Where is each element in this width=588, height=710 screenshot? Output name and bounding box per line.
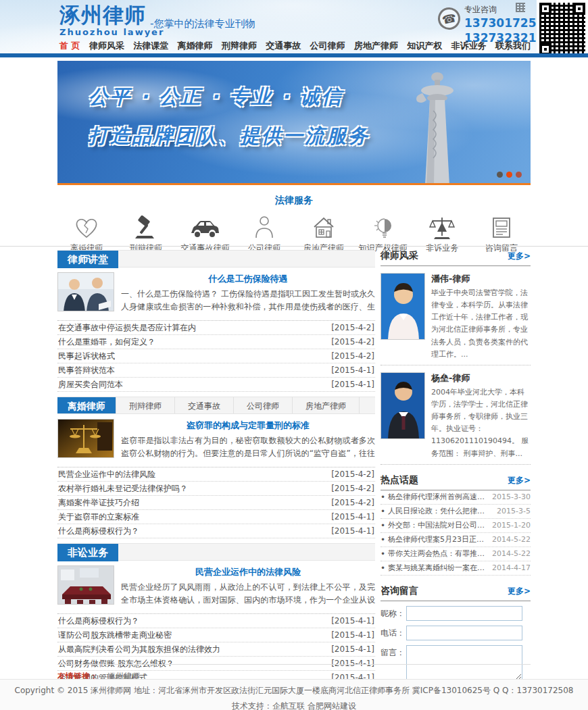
topic-item: •窦某与姚某离婚纠纷一案在定州监狱开庭2014-4-17 bbox=[381, 561, 531, 576]
topic-item: •人民日报论政：凭什么把律师赶出法庭2015-3-5 bbox=[381, 505, 531, 519]
article-date: [2015-4-1] bbox=[331, 378, 374, 391]
message-title: 咨询留言 bbox=[381, 585, 418, 597]
list-item: 房屋买卖合同范本[2015-4-1] bbox=[57, 378, 375, 392]
article-link[interactable]: 离婚案件举证技巧介绍 bbox=[58, 496, 139, 509]
lawyer-name[interactable]: 潘伟-律师 bbox=[431, 273, 531, 285]
article-link[interactable]: 关于盗窃罪的立案标准 bbox=[58, 510, 139, 524]
lawyer-photo[interactable] bbox=[381, 372, 425, 439]
article-link[interactable]: 在交通事故中停运损失是否应计算在内 bbox=[58, 321, 196, 334]
article-thumbnail-consult[interactable] bbox=[57, 272, 114, 311]
lawyer-bio: 2004年毕业河北大学，本科学历，法学学士，河北信正律师事务所，专职律师，执业三… bbox=[431, 386, 531, 460]
nav-item-criminal[interactable]: 刑辩律师 bbox=[222, 40, 257, 52]
nav-item-ip[interactable]: 知识产权 bbox=[407, 40, 442, 52]
article-link[interactable]: 什么是重婚罪，如何定义？ bbox=[58, 335, 155, 349]
article-date: [2015-4-1] bbox=[331, 363, 374, 377]
article-link[interactable]: 房屋买卖合同范本 bbox=[58, 378, 123, 391]
nav-item-divorce[interactable]: 离婚律师 bbox=[178, 40, 213, 52]
list-item: 什么是重婚罪，如何定义？[2015-4-2] bbox=[57, 335, 375, 349]
tab-criminal[interactable]: 刑辩律师 bbox=[116, 397, 175, 413]
service-company[interactable]: 公司律师 bbox=[237, 213, 292, 254]
topic-link[interactable]: 带你关注两会热点：有罪推定意识是冤假错 bbox=[388, 547, 489, 561]
nav-item-lawyers[interactable]: 律师风采 bbox=[89, 40, 124, 52]
list-item: 民事起诉状格式[2015-4-2] bbox=[57, 349, 375, 363]
nav-item-realestate[interactable]: 房地产律师 bbox=[354, 40, 398, 52]
main-content: 律师讲堂 什么是工伤保险待遇 一、什么是工伤保险待遇？ 工伤保险待遇是指职工因工… bbox=[57, 250, 375, 685]
topic-link[interactable]: 窦某与姚某离婚纠纷一案在定州监狱开庭 bbox=[388, 561, 489, 575]
service-ip[interactable]: 知识产权律师 bbox=[356, 213, 411, 254]
article-link[interactable]: 什么是商标侵权行为？ bbox=[58, 524, 139, 538]
tab-divorce[interactable]: 离婚律师 bbox=[57, 397, 116, 413]
section-lecture-title[interactable]: 律师讲堂 bbox=[57, 251, 118, 268]
tab-traffic[interactable]: 交通事故 bbox=[175, 397, 234, 413]
phone-input[interactable] bbox=[406, 626, 522, 640]
site-logo[interactable]: 涿州律师 Zhuozhou lawyer bbox=[59, 5, 164, 36]
hero-banner[interactable]: 公平 · 公正 · 专业 · 诚信 打造品牌团队、提供一流服务 bbox=[57, 61, 531, 185]
article-link[interactable]: 民事起诉状格式 bbox=[58, 349, 115, 363]
article-date: [2015-4-2] bbox=[331, 482, 374, 495]
nav-item-law-class[interactable]: 法律课堂 bbox=[133, 40, 168, 52]
page: 涿州律师 Zhuozhou lawyer -您掌中的法律专业刊物 ☎ 专业咨询 … bbox=[0, 0, 588, 710]
article-date: [2015-4-2] bbox=[331, 321, 374, 334]
lawyer-name[interactable]: 杨垒-律师 bbox=[431, 372, 531, 384]
article-link[interactable]: 什么是商标侵权行为？ bbox=[58, 614, 139, 628]
article-date: [2015-4-1] bbox=[331, 614, 374, 628]
article-link[interactable]: 谨防公司股东跳槽带走商业秘密 bbox=[58, 628, 172, 642]
bulb-icon bbox=[356, 213, 411, 240]
article-link[interactable]: 民事答辩状范本 bbox=[58, 363, 115, 377]
list-item: 谨防公司股东跳槽带走商业秘密[2015-4-1] bbox=[57, 628, 375, 642]
featured-article-title[interactable]: 民营企业运作中的法律风险 bbox=[121, 566, 375, 578]
nickname-input[interactable] bbox=[406, 606, 522, 621]
featured-article-title[interactable]: 盗窃罪的构成与定罪量刑的标准 bbox=[121, 420, 375, 432]
nav-item-contact[interactable]: 联系我们 bbox=[495, 40, 531, 52]
logo-subtitle: Zhuozhou lawyer bbox=[59, 28, 164, 36]
nav-item-company[interactable]: 公司律师 bbox=[310, 40, 345, 52]
message-more-link[interactable]: 更多> bbox=[508, 586, 531, 597]
nav-item-nonlitigation[interactable]: 非诉业务 bbox=[451, 40, 487, 52]
broken-heart-icon bbox=[59, 213, 114, 240]
lawyers-more-link[interactable]: 更多> bbox=[508, 251, 531, 262]
section-lecture-header: 律师讲堂 bbox=[57, 250, 375, 268]
article-link[interactable]: 民营企业运作中的法律风险 bbox=[58, 467, 155, 481]
article-date: [2015-4-2] bbox=[331, 496, 374, 509]
service-nonlitigation[interactable]: 非诉业务 bbox=[414, 213, 470, 254]
list-item: 民营企业运作中的法律风险[2015-4-2] bbox=[57, 467, 375, 482]
article-date: [2015-4-1] bbox=[331, 628, 374, 642]
carousel-dot[interactable] bbox=[497, 172, 503, 178]
lawyer-photo[interactable] bbox=[381, 273, 425, 340]
article-thumbnail-meeting[interactable] bbox=[57, 565, 114, 605]
phone-label: 电话： bbox=[381, 626, 406, 640]
carousel-dot-active[interactable] bbox=[506, 172, 512, 178]
topic-link[interactable]: 外交部：中国法院对日公司强制执行体现依 bbox=[388, 519, 489, 532]
nav-item-home[interactable]: 首 页 bbox=[59, 40, 80, 52]
topics-title: 热点话题 bbox=[381, 474, 418, 486]
services-title: 法律服务 bbox=[57, 195, 531, 207]
article-thumbnail-scales[interactable] bbox=[57, 419, 114, 458]
featured-article-title[interactable]: 什么是工伤保险待遇 bbox=[121, 273, 375, 285]
topics-header: 热点话题 更多> bbox=[381, 474, 531, 490]
topic-date: 2014-4-17 bbox=[492, 561, 531, 575]
message-header: 咨询留言 更多> bbox=[381, 585, 531, 601]
lawyer-profile: 潘伟-律师 毕业于中央司法警官学院，法律专业，本科学历。从事法律工作近十年，法律… bbox=[381, 266, 531, 365]
tab-company[interactable]: 公司律师 bbox=[234, 397, 293, 413]
service-divorce[interactable]: 离婚律师 bbox=[59, 213, 114, 254]
service-criminal[interactable]: 刑辩律师 bbox=[118, 213, 174, 254]
sidebar: 律师风采 更多> 潘伟-律师 毕业于中央司法警官学院，法律专业，本科学历。从事法… bbox=[381, 250, 531, 704]
featured-article-excerpt: 一、什么是工伤保险待遇？ 工伤保险待遇是指职工因工发生暂时或永久人身健康或生命损… bbox=[121, 289, 375, 315]
article-link[interactable]: 农村举行婚礼未登记受法律保护吗？ bbox=[58, 482, 188, 495]
section-nonlitigation-title[interactable]: 非讼业务 bbox=[57, 544, 118, 561]
service-realestate[interactable]: 房地产律师 bbox=[296, 213, 351, 254]
topic-link[interactable]: 杨垒律师代理涿州首例高速坠桥身亡案一审 bbox=[388, 490, 489, 504]
hot-topics-section: 热点话题 更多> •杨垒律师代理涿州首例高速坠桥身亡案一审2015-3-30 •… bbox=[381, 474, 531, 576]
list-item: 离婚案件举证技巧介绍[2015-4-2] bbox=[57, 496, 375, 510]
topic-link[interactable]: 杨垒律师代理案5月23日正式开庭 bbox=[388, 533, 489, 547]
bullet-icon: • bbox=[381, 547, 385, 561]
topic-link[interactable]: 人民日报论政：凭什么把律师赶出法庭 bbox=[388, 505, 489, 518]
article-link[interactable]: 从最高院判决看公司为其股东担保的法律效力 bbox=[58, 642, 220, 656]
service-traffic[interactable]: 交通事故律师 bbox=[177, 213, 232, 254]
service-message[interactable]: 咨询留言 bbox=[474, 213, 529, 254]
topics-more-link[interactable]: 更多> bbox=[508, 475, 531, 486]
list-item: 民事答辩状范本[2015-4-1] bbox=[57, 363, 375, 378]
tab-realestate[interactable]: 房地产律师 bbox=[293, 397, 360, 413]
carousel-dot[interactable] bbox=[516, 172, 522, 178]
nav-item-traffic[interactable]: 交通事故 bbox=[266, 40, 301, 52]
